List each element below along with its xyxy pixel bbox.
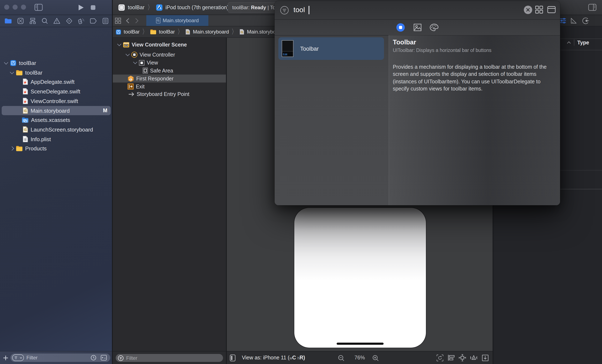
outline-row-view-controller[interactable]: View Controller [112, 51, 226, 59]
inspector-section-header[interactable]: Type [567, 39, 589, 46]
outline-row-view[interactable]: View [112, 59, 226, 67]
navigator-row-group-toolbar[interactable]: toolBar [0, 68, 112, 77]
search-icon [41, 18, 48, 24]
add-constraints-button[interactable] [459, 354, 466, 362]
toggle-right-sidebar-button[interactable] [588, 4, 597, 11]
outline-filter-field[interactable]: Filter [116, 354, 223, 362]
editor-tab-main-storyboard[interactable]: Main.storyboard [146, 15, 208, 26]
run-button[interactable] [78, 4, 84, 11]
zoom-window-button[interactable] [21, 5, 26, 10]
outline-row-scene[interactable]: View Controller Scene [112, 41, 226, 49]
safe-area-icon [142, 67, 148, 74]
clear-search-button[interactable] [524, 5, 532, 14]
zoom-level[interactable]: 76% [352, 355, 367, 361]
navigator-filter-field[interactable]: Filter [11, 354, 110, 362]
navigator-row-infoplist[interactable]: Info.plist [0, 135, 112, 144]
navigator-row-project-root[interactable]: toolBar [0, 58, 112, 67]
disclosure-open-icon[interactable] [126, 52, 130, 56]
tab-size-inspector[interactable] [570, 17, 577, 24]
spray-icon [77, 18, 85, 24]
xcode-window: toolBar 〉 iPod touch (7th generation) to… [0, 0, 602, 364]
go-back-button[interactable] [126, 18, 129, 23]
file-label: Assets.xcassets [31, 117, 70, 123]
embed-in-button[interactable] [482, 354, 489, 362]
outline-row-first-responder[interactable]: 1 First Responder [112, 74, 226, 83]
tab-color-library[interactable] [430, 23, 439, 32]
storyboard-file-icon [23, 107, 28, 114]
outline-label: First Responder [136, 76, 173, 82]
library-search-row [275, 1, 560, 19]
tab-test-navigator[interactable] [63, 15, 75, 27]
file-label: ViewController.swift [31, 98, 78, 104]
disclosure-closed-icon[interactable] [10, 146, 14, 150]
disclosure-open-icon[interactable] [4, 60, 8, 64]
breadcrumb-chevron: 〉 [142, 27, 148, 37]
scheme-selector[interactable]: toolBar 〉 iPod touch (7th generation) [118, 0, 229, 15]
breadcrumb-storyboard-icon [239, 29, 244, 35]
tab-project-navigator[interactable] [2, 15, 14, 27]
tab-breakpoint-navigator[interactable] [87, 15, 99, 27]
tab-issue-navigator[interactable] [51, 15, 63, 27]
toggle-outline-button[interactable] [230, 354, 236, 362]
outline-row-entry-point[interactable]: Storyboard Entry Point [112, 90, 226, 98]
go-forward-button[interactable] [135, 18, 139, 23]
chevron-down-icon [20, 357, 22, 359]
recent-files-filter-button[interactable] [91, 355, 97, 361]
outline-label: Exit [136, 83, 145, 89]
breadcrumb[interactable]: toolBar [159, 29, 175, 35]
tab-report-navigator[interactable] [99, 15, 111, 27]
zoom-in-button[interactable] [372, 355, 379, 362]
disclosure-open-icon[interactable] [10, 70, 14, 74]
update-frames-button[interactable] [436, 354, 443, 362]
outline-row-exit[interactable]: Exit [112, 83, 226, 91]
document-outline: View Controller Scene View Controller Vi… [112, 38, 226, 351]
tab-connections-inspector[interactable] [582, 17, 590, 24]
stop-button[interactable] [91, 5, 96, 10]
tab-attributes-inspector[interactable] [559, 17, 566, 24]
align-button[interactable] [448, 354, 455, 361]
tab-source-control[interactable] [14, 15, 26, 27]
filter-circle-icon [118, 355, 124, 361]
plus-icon [3, 355, 8, 361]
outline-row-safe-area[interactable]: Safe Area [112, 67, 226, 74]
navigator-row-assets[interactable]: Assets.xcassets [0, 115, 112, 125]
disclosure-open-icon[interactable] [117, 42, 121, 46]
tab-media-library[interactable] [413, 23, 422, 32]
disclosure-open-icon[interactable] [133, 60, 137, 64]
grid-view-button[interactable] [535, 5, 543, 14]
tab-find-navigator[interactable] [39, 15, 51, 27]
tab-overview-button[interactable] [115, 18, 121, 24]
storyboard-tab-icon [156, 18, 161, 23]
tab-symbol-navigator[interactable] [26, 15, 39, 27]
minimize-window-button[interactable] [12, 5, 18, 10]
file-label: Info.plist [31, 136, 51, 142]
library-result-toolbar[interactable]: Edit Toolbar [278, 37, 384, 60]
navigator-row-scenedelegate[interactable]: SceneDelegate.swift [0, 87, 112, 96]
add-file-button[interactable] [3, 355, 8, 361]
library-search-input[interactable] [293, 6, 453, 14]
view-as-control[interactable]: View as: iPhone 11 (wC hR) [242, 355, 305, 361]
view-controller-preview[interactable] [294, 208, 426, 348]
navigator-splitter[interactable] [112, 0, 113, 364]
list-view-button[interactable] [547, 5, 556, 14]
home-indicator [337, 343, 384, 345]
toggle-left-sidebar-button[interactable] [34, 4, 43, 11]
breadcrumb[interactable]: Main.storyboard [193, 29, 229, 35]
tab-debug-navigator[interactable] [75, 15, 87, 27]
embed-icon [482, 354, 489, 362]
filter-scope-icon[interactable] [12, 354, 24, 361]
list-view-icon [547, 5, 556, 14]
navigator-row-products[interactable]: Products [0, 144, 112, 153]
navigator-row-main-storyboard[interactable]: Main.storyboard M [0, 106, 112, 115]
source-control-status-filter-button[interactable] [101, 355, 107, 361]
right-sidebar-icon [588, 4, 597, 11]
zoom-out-button[interactable] [338, 355, 344, 362]
navigator-row-viewcontroller[interactable]: ViewController.swift [0, 96, 112, 105]
navigator-row-appdelegate[interactable]: AppDelegate.swift [0, 77, 112, 86]
resolve-autolayout-button[interactable] [470, 354, 477, 361]
navigator-row-launchscreen[interactable]: LaunchScreen.storyboard [0, 125, 112, 134]
outline-splitter[interactable] [226, 38, 227, 364]
breadcrumb[interactable]: toolBar [124, 29, 140, 35]
close-window-button[interactable] [4, 5, 9, 10]
tab-objects-library[interactable] [396, 23, 405, 32]
